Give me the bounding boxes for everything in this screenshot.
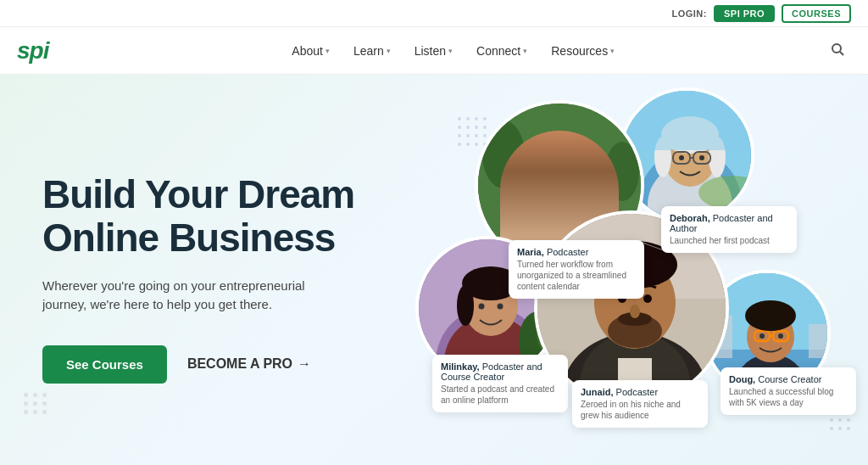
person-card-junaid: Junaid, Podcaster Zeroed in on his niche… bbox=[572, 380, 708, 428]
logo[interactable]: spi bbox=[17, 37, 48, 64]
svg-point-63 bbox=[745, 300, 796, 331]
person-name-maria: Maria, Podcaster bbox=[517, 247, 636, 257]
arrow-icon: → bbox=[298, 356, 311, 372]
decorative-dots-grid-1 bbox=[458, 117, 487, 147]
see-courses-button[interactable]: See Courses bbox=[42, 345, 167, 384]
nav-learn-label: Learn bbox=[353, 44, 384, 58]
chevron-down-icon: ▾ bbox=[387, 47, 391, 55]
search-icon[interactable] bbox=[824, 36, 851, 66]
nav-item-resources[interactable]: Resources ▾ bbox=[541, 37, 625, 64]
spi-pro-button[interactable]: SPI PRO bbox=[714, 5, 775, 22]
login-label: LOGIN: bbox=[671, 8, 707, 19]
svg-point-13 bbox=[605, 142, 639, 201]
svg-point-11 bbox=[570, 176, 577, 183]
hero-title: Build Your Dream Online Business bbox=[42, 173, 373, 259]
svg-point-34 bbox=[479, 304, 485, 310]
person-name-doug: Doug, Course Creator bbox=[729, 374, 848, 384]
svg-point-61 bbox=[760, 333, 765, 339]
person-description-deborah: Launched her first podcast bbox=[670, 235, 788, 246]
svg-rect-26 bbox=[622, 91, 754, 150]
chevron-down-icon: ▾ bbox=[326, 47, 330, 55]
person-card-doug: Doug, Course Creator Launched a successf… bbox=[721, 367, 856, 415]
navbar: spi About ▾ Learn ▾ Listen ▾ Connect ▾ R… bbox=[0, 27, 868, 75]
nav-item-about[interactable]: About ▾ bbox=[281, 37, 340, 64]
hero-subtitle: Wherever you're going on your entreprene… bbox=[42, 277, 331, 315]
svg-point-8 bbox=[520, 154, 541, 205]
svg-point-48 bbox=[643, 294, 652, 303]
svg-point-33 bbox=[457, 285, 474, 326]
person-card-deborah: Deborah, Podcaster and Author Launched h… bbox=[661, 206, 797, 253]
nav-resources-label: Resources bbox=[551, 44, 608, 58]
hero-buttons: See Courses BECOME A PRO → bbox=[42, 345, 373, 384]
svg-point-12 bbox=[482, 120, 525, 188]
chevron-down-icon: ▾ bbox=[448, 47, 453, 55]
person-name-milinkay: Milinkay, Podcaster and Course Creator bbox=[441, 361, 559, 382]
person-card-milinkay: Milinkay, Podcaster and Course Creator S… bbox=[432, 355, 568, 412]
person-description-milinkay: Started a podcast and created an online … bbox=[441, 384, 559, 406]
svg-point-10 bbox=[548, 176, 555, 183]
nav-listen-label: Listen bbox=[415, 44, 446, 58]
become-pro-button[interactable]: BECOME A PRO → bbox=[187, 356, 311, 372]
svg-point-49 bbox=[630, 305, 640, 318]
svg-rect-54 bbox=[809, 324, 831, 358]
nav-item-learn[interactable]: Learn ▾ bbox=[343, 37, 401, 64]
hero-left: Build Your Dream Online Business Whereve… bbox=[0, 75, 407, 465]
hero-section: Build Your Dream Online Business Whereve… bbox=[0, 75, 868, 465]
person-name-deborah: Deborah, Podcaster and Author bbox=[670, 213, 788, 233]
svg-line-1 bbox=[840, 52, 843, 55]
person-name-junaid: Junaid, Podcaster bbox=[581, 387, 699, 397]
person-description-maria: Turned her workflow from unorganized to … bbox=[517, 259, 636, 292]
person-card-maria: Maria, Podcaster Turned her workflow fro… bbox=[509, 240, 644, 299]
svg-point-6 bbox=[531, 143, 595, 217]
courses-button[interactable]: COURSES bbox=[782, 4, 851, 23]
chevron-down-icon: ▾ bbox=[610, 47, 615, 55]
svg-point-9 bbox=[585, 154, 605, 205]
decorative-dots-left bbox=[24, 393, 47, 414]
svg-point-35 bbox=[498, 304, 504, 310]
hero-right: Maria, Podcaster Turned her workflow fro… bbox=[407, 75, 868, 465]
svg-point-62 bbox=[778, 333, 783, 339]
person-description-junaid: Zeroed in on his niche and grew his audi… bbox=[581, 399, 699, 421]
nav-links: About ▾ Learn ▾ Listen ▾ Connect ▾ Resou… bbox=[82, 37, 824, 64]
svg-point-24 bbox=[679, 155, 684, 160]
become-pro-label: BECOME A PRO bbox=[187, 356, 292, 372]
svg-point-25 bbox=[699, 155, 704, 160]
nav-about-label: About bbox=[292, 44, 323, 58]
nav-item-connect[interactable]: Connect ▾ bbox=[466, 37, 537, 64]
nav-connect-label: Connect bbox=[476, 44, 520, 58]
svg-point-0 bbox=[832, 44, 841, 53]
nav-item-listen[interactable]: Listen ▾ bbox=[404, 37, 463, 64]
top-bar: LOGIN: SPI PRO COURSES bbox=[0, 0, 868, 27]
svg-point-7 bbox=[529, 137, 597, 185]
person-description-doug: Launched a successful blog with 5K views… bbox=[729, 386, 848, 408]
chevron-down-icon: ▾ bbox=[523, 47, 527, 55]
